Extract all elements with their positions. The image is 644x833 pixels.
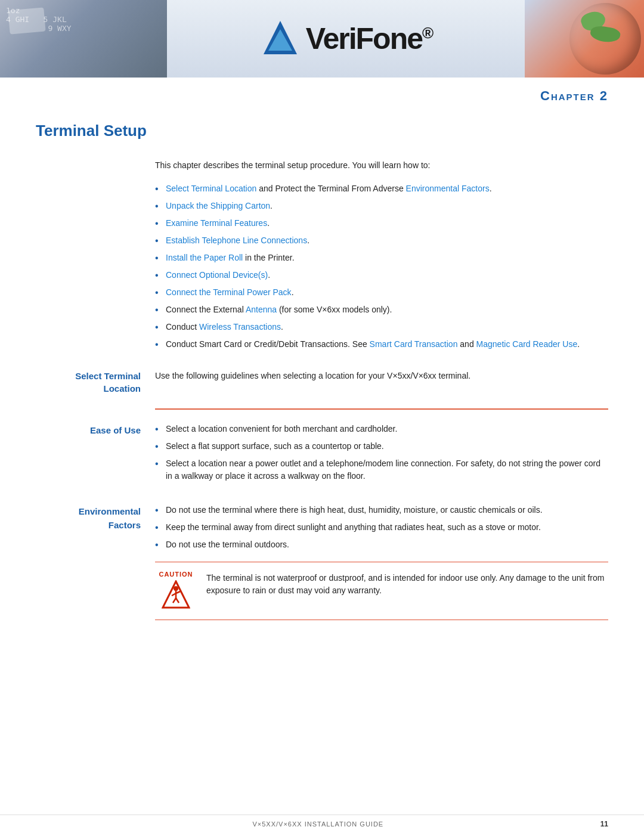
chapter-number: 2 xyxy=(600,88,608,103)
ease-of-use-section: Ease of Use Select a location convenient… xyxy=(36,423,608,493)
list-item: Conduct Smart Card or Credit/Debit Trans… xyxy=(155,338,608,351)
chapter-heading: Chapter 2 xyxy=(0,78,644,104)
list-item: Select Terminal Location and Protect the… xyxy=(155,182,608,195)
list-item: Do not use the terminal outdoors. xyxy=(155,538,608,551)
caution-symbol-icon xyxy=(162,580,190,611)
globe-icon xyxy=(569,3,641,75)
install-paper-roll-link[interactable]: Install the Paper Roll xyxy=(166,253,243,262)
ease-of-use-label: Ease of Use xyxy=(36,423,155,493)
environmental-factors-link[interactable]: Environmental Factors xyxy=(406,184,490,193)
svg-line-7 xyxy=(173,598,176,603)
caution-icon-wrapper: CAUTION xyxy=(155,571,197,611)
list-item: Do not use the terminal where there is h… xyxy=(155,504,608,516)
list-item: Keep the terminal away from direct sunli… xyxy=(155,521,608,534)
list-item: Install the Paper Roll in the Printer. xyxy=(155,252,608,264)
list-item: Connect the Terminal Power Pack. xyxy=(155,286,608,299)
select-terminal-location-content: Use the following guidelines when select… xyxy=(155,368,608,408)
list-item: Select a location near a power outlet an… xyxy=(155,457,608,482)
intro-paragraph: This chapter describes the terminal setu… xyxy=(155,159,608,172)
chapter-label: Chapter xyxy=(540,88,595,103)
smart-card-transaction-link[interactable]: Smart Card Transaction xyxy=(370,339,458,349)
environmental-factors-label: Environmental Factors xyxy=(36,504,155,620)
telephone-connections-link[interactable]: Establish Telephone Line Connections xyxy=(166,236,307,245)
caution-box: CAUTION xyxy=(155,562,608,620)
footer-center-text: V×5xx/V×6xx Installation Guide xyxy=(36,820,600,828)
page-header: VeriFone® xyxy=(0,0,644,78)
list-item: Unpack the Shipping Carton. xyxy=(155,200,608,212)
section-divider xyxy=(155,408,608,410)
examine-terminal-features-link[interactable]: Examine Terminal Features xyxy=(166,218,267,228)
verifone-arrow-icon xyxy=(260,18,301,59)
list-item: Select a flat support surface, such as a… xyxy=(155,440,608,453)
list-item: Establish Telephone Line Connections. xyxy=(155,234,608,247)
page-number: 11 xyxy=(600,820,608,828)
unpack-shipping-carton-link[interactable]: Unpack the Shipping Carton xyxy=(166,201,270,210)
list-item: Select a location convenient for both me… xyxy=(155,423,608,435)
ease-of-use-content: Select a location convenient for both me… xyxy=(155,423,608,493)
header-left-image xyxy=(0,0,167,78)
environmental-factors-content: Do not use the terminal where there is h… xyxy=(155,504,608,620)
environmental-factors-section: Environmental Factors Do not use the ter… xyxy=(36,504,608,620)
magnetic-card-reader-link[interactable]: Magnetic Card Reader Use xyxy=(476,339,578,349)
list-item: Conduct Wireless Transactions. xyxy=(155,321,608,333)
caution-text: The terminal is not waterproof or dustpr… xyxy=(206,571,608,597)
list-item: Connect the External Antenna (for some V… xyxy=(155,304,608,316)
main-content: Terminal Setup This chapter describes th… xyxy=(0,104,644,667)
select-terminal-location-link[interactable]: Select Terminal Location xyxy=(166,184,256,193)
environmental-factors-list: Do not use the terminal where there is h… xyxy=(155,504,608,551)
list-item: Connect Optional Device(s). xyxy=(155,269,608,281)
wireless-transactions-link[interactable]: Wireless Transactions xyxy=(199,322,281,332)
select-terminal-location-section: Select Terminal Location Use the followi… xyxy=(36,368,608,408)
ease-of-use-list: Select a location convenient for both me… xyxy=(155,423,608,482)
caution-label: CAUTION xyxy=(159,571,193,578)
header-center-logo: VeriFone® xyxy=(167,0,525,78)
svg-line-8 xyxy=(176,598,179,603)
connect-power-pack-link[interactable]: Connect the Terminal Power Pack xyxy=(166,287,292,297)
overview-bullet-list: Select Terminal Location and Protect the… xyxy=(155,182,608,351)
antenna-link[interactable]: Antenna xyxy=(246,305,277,314)
verifone-logo: VeriFone® xyxy=(259,18,432,60)
list-item: Examine Terminal Features. xyxy=(155,217,608,230)
header-right-globe xyxy=(525,0,644,78)
page-title: Terminal Setup xyxy=(36,122,608,143)
verifone-wordmark: VeriFone® xyxy=(306,21,432,56)
select-terminal-location-heading: Select Terminal Location xyxy=(36,368,155,408)
page-footer: V×5xx/V×6xx Installation Guide 11 xyxy=(0,815,644,833)
connect-optional-devices-link[interactable]: Connect Optional Device(s) xyxy=(166,270,268,280)
select-terminal-intro: Use the following guidelines when select… xyxy=(155,368,608,382)
svg-point-3 xyxy=(174,586,178,591)
